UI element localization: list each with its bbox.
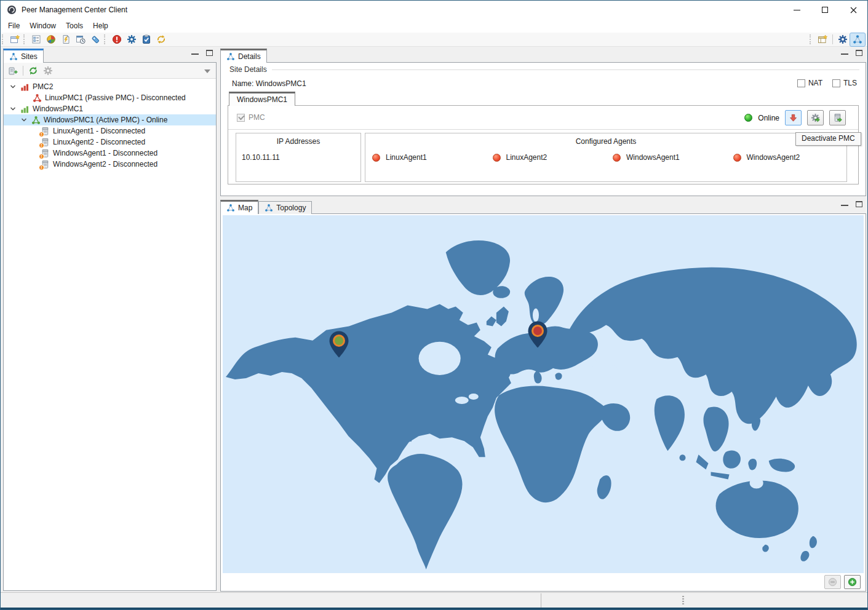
agent-warning-icon: ! [41,149,50,158]
menu-window[interactable]: Window [25,20,61,32]
agent-item: WindowsAgent1 [606,153,727,162]
tree-row-windowspmc1-site[interactable]: WindowsPMC1 [4,103,216,114]
new-window-button[interactable] [7,33,22,46]
pie-chart-icon [46,34,56,44]
pmc-checkbox [237,114,245,122]
agent-warning-icon: ! [41,127,50,136]
chevron-down-icon[interactable] [9,82,17,91]
panel-minimize-icon[interactable] [191,52,199,55]
tree-row-linuxpmc1[interactable]: LinuxPMC1 (Passive PMC) - Disconnected [4,92,216,103]
preferences-button[interactable] [124,33,139,46]
details-panel: Details Site Details Name: WindowsPMC1 N… [220,47,866,196]
agent-item: LinuxAgent2 [486,153,607,162]
panel-minimize-icon[interactable] [841,203,848,206]
tab-windowspmc1[interactable]: WindowsPMC1 [229,92,295,106]
chevron-down-icon[interactable] [9,105,17,113]
new-window-icon [10,34,20,44]
site-name-label: Name: WindowsPMC1 [232,79,306,88]
window-title: Peer Management Center Client [22,6,127,14]
online-status-icon [744,114,752,122]
site-online-icon [20,105,30,114]
panel-maximize-icon[interactable] [856,201,862,207]
title-bar: Peer Management Center Client [1,1,867,19]
deploy-agents-button[interactable] [829,110,846,125]
pin-status-offline [533,327,542,335]
zoom-out-icon [828,577,837,587]
ip-addresses-title: IP Addresses [236,133,360,146]
tags-button[interactable] [88,33,103,46]
view-menu-icon [204,69,210,73]
open-perspective-button[interactable] [815,33,830,46]
power-job-button[interactable] [58,33,73,46]
sync-icon [156,34,166,44]
dashboard-button[interactable] [44,33,58,46]
tasks-button[interactable] [139,33,154,46]
agent-offline-status-icon [733,154,741,162]
tab-topology[interactable]: Topology [258,201,312,214]
panel-maximize-icon[interactable] [856,50,862,56]
agent-item: LinuxAgent1 [365,153,486,162]
close-button[interactable] [839,1,867,19]
map-zoom-strip [221,573,866,591]
add-site-icon [8,66,18,76]
chevron-down-icon[interactable] [20,116,28,124]
warning-badge-icon: ! [39,154,44,159]
tab-map[interactable]: Map [220,200,258,214]
configured-agents-box: Configured Agents LinuxAgent1 LinuxAgent… [365,133,847,182]
refresh-button[interactable] [26,64,41,77]
view-menu-button[interactable] [204,66,210,75]
agent-warning-icon: ! [41,160,50,169]
menu-tools[interactable]: Tools [61,20,88,32]
nat-checkbox[interactable] [797,79,805,87]
window-bottom-border [1,608,867,609]
pmc-detail-box: PMC Online [228,105,859,184]
document-flash-icon [61,34,71,44]
map-pin-north-america[interactable] [328,330,350,358]
schedule-button[interactable] [73,33,88,46]
maximize-button[interactable] [811,1,839,19]
site-details-section: Site Details [229,65,859,74]
toolbar-grip [2,34,6,44]
tab-sites[interactable]: Sites [3,49,44,63]
map-pin-europe[interactable] [527,320,549,349]
menu-help[interactable]: Help [88,20,113,32]
tab-windowspmc1-label: WindowsPMC1 [237,95,287,104]
tree-row-windowspmc1-active[interactable]: WindowsPMC1 (Active PMC) - Online [4,114,216,125]
tag-icon [90,34,100,44]
tab-map-label: Map [238,204,252,212]
tree-row-pmc2[interactable]: PMC2 [4,81,216,92]
edit-configuration-button[interactable] [807,110,824,125]
pin-status-online [335,336,343,345]
tab-topology-label: Topology [276,204,306,212]
tree-row-linuxagent1[interactable]: ! LinuxAgent1 - Disconnected [4,125,216,137]
tree-row-label: WindowsPMC1 [33,105,83,113]
minimize-button[interactable] [782,1,811,19]
add-site-button[interactable] [6,64,20,77]
gear-icon [127,34,137,44]
ip-address-value: 10.10.11.11 [242,153,280,162]
menu-file[interactable]: File [3,20,25,32]
profiles-button[interactable] [29,33,44,46]
tree-row-windowsagent1[interactable]: ! WindowsAgent1 - Disconnected [4,148,216,159]
toolbar-grip [104,34,108,44]
tree-row-linuxagent2[interactable]: ! LinuxAgent2 - Disconnected [4,137,216,148]
close-icon [850,7,857,14]
tree-row-windowsagent2[interactable]: ! WindowsAgent2 - Disconnected [4,159,216,170]
sync-button[interactable] [154,33,169,46]
agent-name: LinuxAgent2 [506,153,547,162]
status-splitter-grip[interactable] [682,596,684,604]
panel-maximize-icon[interactable] [206,50,213,56]
settings-perspective-button[interactable] [835,33,850,46]
tree-row-label: LinuxAgent1 - Disconnected [53,127,145,135]
site-offline-icon [20,82,30,92]
tls-checkbox[interactable] [832,79,840,87]
alerts-button[interactable] [109,33,124,46]
deactivate-pmc-button[interactable] [785,110,802,125]
network-perspective-button[interactable] [850,33,865,46]
panel-minimize-icon[interactable] [841,52,848,55]
minimize-icon [794,10,800,10]
main-toolbar [1,33,867,47]
zoom-in-button[interactable] [844,575,861,589]
clipboard-check-icon [141,34,151,44]
tab-details[interactable]: Details [220,49,267,63]
